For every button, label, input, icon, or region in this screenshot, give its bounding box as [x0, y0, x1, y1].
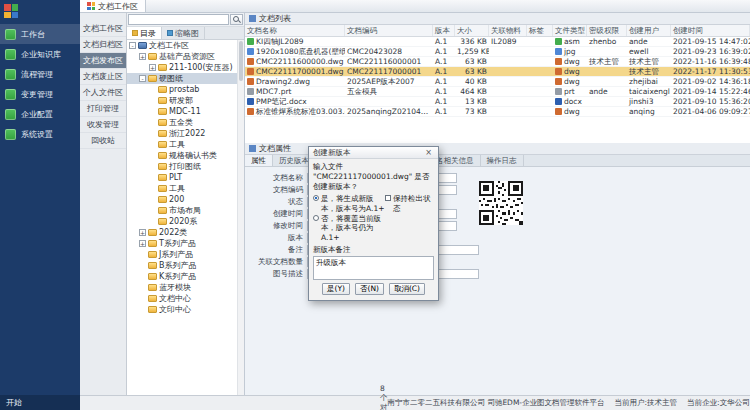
- tree-node[interactable]: MDC-11: [127, 106, 237, 117]
- tree-toggle-icon[interactable]: -: [139, 75, 146, 82]
- document-row[interactable]: 标准锥焊系统标准03.003.dwg 2025anqingZ02104… A.1…: [245, 107, 750, 117]
- workspace-icon: [87, 2, 95, 10]
- tree-node-label: 文档中心: [159, 293, 191, 304]
- search-button[interactable]: [230, 14, 243, 25]
- workspace-nav-item[interactable]: 个人文件区: [80, 85, 126, 101]
- doc-material: [489, 67, 527, 76]
- tree-node[interactable]: 研发部: [127, 95, 237, 106]
- tree-node[interactable]: 规格确认书类: [127, 150, 237, 161]
- tree-node[interactable]: 文档中心: [127, 293, 237, 304]
- column-header[interactable]: 大小: [455, 25, 489, 36]
- document-row[interactable]: MDC7.prt 五金模具 A.1 464 KB prt ande taicai…: [245, 87, 750, 97]
- app-logo-icon: [4, 4, 18, 18]
- tree-toggle-icon[interactable]: +: [139, 240, 146, 247]
- tree-node[interactable]: - 文档工作区: [127, 40, 237, 51]
- column-header[interactable]: 文件类型: [553, 25, 587, 36]
- column-header[interactable]: 创建用户: [627, 25, 671, 36]
- tree-toggle-icon[interactable]: +: [139, 229, 146, 236]
- scrollbar-thumb[interactable]: [239, 41, 243, 81]
- sidebar-item[interactable]: 变更管理: [0, 84, 80, 104]
- tree-toggle-icon[interactable]: +: [139, 53, 146, 60]
- tree-node[interactable]: PLT: [127, 172, 237, 183]
- workspace-nav-item[interactable]: 文档工作区: [80, 21, 126, 37]
- tree-node[interactable]: 2020系: [127, 216, 237, 227]
- sidebar-item[interactable]: 企业配置: [0, 104, 80, 124]
- column-header[interactable]: 密级权限: [587, 25, 627, 36]
- tree-node[interactable]: 工具: [127, 183, 237, 194]
- column-header[interactable]: 关联物料: [489, 25, 527, 36]
- tree-toggle-icon[interactable]: +: [149, 64, 156, 71]
- doc-size: 73 KB: [455, 107, 489, 116]
- tree-node[interactable]: 市场布局: [127, 205, 237, 216]
- explorer-tab[interactable]: 目录: [127, 27, 162, 39]
- properties-tab[interactable]: 操作日志: [481, 155, 524, 166]
- document-row[interactable]: CMC22111600000.dwg CMC221116000001 A.1 6…: [245, 57, 750, 67]
- workspace-nav-item[interactable]: 打印管理: [80, 101, 126, 117]
- doc-material: [489, 47, 527, 56]
- properties-tab[interactable]: 属性: [245, 155, 273, 166]
- workspace-nav-item[interactable]: 文档废止区: [80, 69, 126, 85]
- workspace-nav-item[interactable]: 文档发布区: [80, 53, 126, 69]
- tab-bar: 文档工作区: [80, 0, 750, 13]
- file-icon: [247, 68, 254, 75]
- tree-node[interactable]: + 2022类: [127, 227, 237, 238]
- keep-checkout-label: 保持检出状态: [393, 194, 434, 213]
- document-row[interactable]: Drawing2.dwg 2025AEP版本2007 A.1 40 KB dwg…: [245, 77, 750, 87]
- document-row[interactable]: CMC22111700001.dwg CMC221117000001 A.1 6…: [245, 67, 750, 77]
- doc-tag: [527, 47, 553, 56]
- no-button[interactable]: 否(N): [355, 283, 384, 295]
- tree-toggle-icon[interactable]: -: [129, 42, 136, 49]
- tree-node[interactable]: J系列产品: [127, 249, 237, 260]
- doc-list-title: 文档列表: [259, 13, 291, 24]
- yes-button[interactable]: 是(Y): [322, 283, 350, 295]
- module-icon: [5, 69, 16, 80]
- column-header[interactable]: 创建时间: [671, 25, 750, 36]
- tree-node[interactable]: 200: [127, 194, 237, 205]
- explorer-tab[interactable]: 缩略图: [162, 27, 205, 39]
- keep-checkout-checkbox[interactable]: 保持检出状态: [385, 194, 434, 242]
- doc-size: 336 KB: [455, 37, 489, 46]
- tree-scrollbar[interactable]: [237, 40, 244, 395]
- column-header[interactable]: 文档名称: [245, 25, 345, 36]
- tree-node[interactable]: B系列产品: [127, 260, 237, 271]
- tree-node[interactable]: 文印中心: [127, 304, 237, 315]
- tree-node[interactable]: 工具: [127, 139, 237, 150]
- tab-document-workspace[interactable]: 文档工作区: [80, 0, 146, 12]
- radio-overwrite-version[interactable]: 否，将覆盖当前版本，版本号仍为A.1+: [313, 214, 385, 242]
- column-header[interactable]: 标签: [527, 25, 553, 36]
- sidebar-item[interactable]: 流程管理: [0, 64, 80, 84]
- version-note-input[interactable]: 升级版本: [313, 256, 434, 280]
- folder-icon: [158, 207, 167, 214]
- tree-node[interactable]: 打印图纸: [127, 161, 237, 172]
- close-icon[interactable]: ×: [423, 147, 434, 158]
- tree-node[interactable]: + T系列产品: [127, 238, 237, 249]
- radio-icon: [313, 215, 319, 221]
- sidebar-item[interactable]: 工作台: [0, 24, 80, 44]
- doc-created-time: 2022-11-17 11:30:53: [671, 67, 750, 76]
- tree-node[interactable]: 浙江2022: [127, 128, 237, 139]
- tree-node[interactable]: + 211-100(安压器): [127, 62, 237, 73]
- workspace-nav-item[interactable]: 文档归档区: [80, 37, 126, 53]
- cancel-button[interactable]: 取消(C): [389, 283, 425, 295]
- tree-node[interactable]: 蓝牙模块: [127, 282, 237, 293]
- search-input[interactable]: [128, 14, 229, 25]
- tree-node[interactable]: 五金类: [127, 117, 237, 128]
- start-button[interactable]: 开始: [0, 395, 80, 410]
- tree-node[interactable]: prostab: [127, 84, 237, 95]
- field-label: 关联文档数量: [249, 257, 307, 267]
- document-row[interactable]: 1920x1080底盘机器(壁纸)[1](1).jpg CMC20423028 …: [245, 47, 750, 57]
- document-row[interactable]: PMP笔记.docx A.1 13 KB docx jinshi3 2021-0…: [245, 97, 750, 107]
- workspace-nav-item[interactable]: 收发管理: [80, 117, 126, 133]
- sidebar-item[interactable]: 系统设置: [0, 124, 80, 144]
- document-row[interactable]: KI四轴JL2089 A.1 336 KB IL2089 asm zhenbo …: [245, 37, 750, 47]
- tree-node[interactable]: + 基础产品资源区: [127, 51, 237, 62]
- dialog-titlebar[interactable]: 创建新版本 ×: [309, 147, 438, 159]
- column-header[interactable]: 版本: [433, 25, 455, 36]
- tree-node[interactable]: K系列产品: [127, 271, 237, 282]
- radio-create-new-version[interactable]: 是，将生成新版本，版本号为A.1+: [313, 194, 385, 213]
- column-header[interactable]: 文档编码: [345, 25, 433, 36]
- tree-node[interactable]: - 硬图纸: [127, 73, 237, 84]
- workspace-nav-item[interactable]: 回收站: [80, 133, 126, 149]
- sidebar-item[interactable]: 企业知识库: [0, 44, 80, 64]
- folder-icon: [158, 130, 167, 137]
